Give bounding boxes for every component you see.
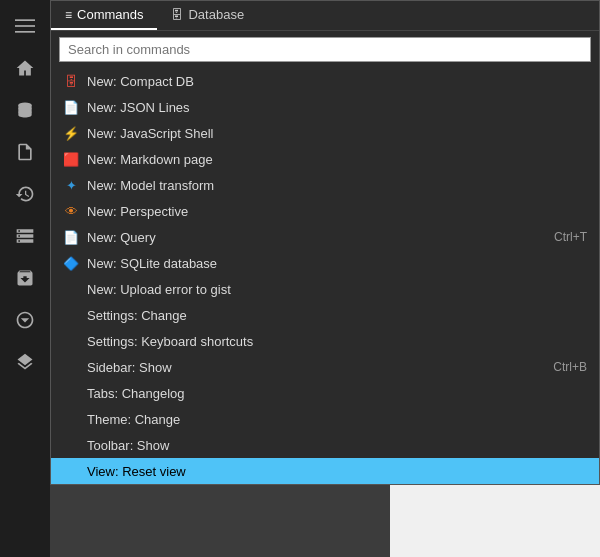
command-label: New: Perspective — [87, 204, 587, 219]
command-icon: 🔷 — [63, 255, 79, 271]
command-label: Theme: Change — [87, 412, 587, 427]
command-item[interactable]: 🔷New: SQLite database — [51, 250, 599, 276]
command-item[interactable]: 🟥New: Markdown page — [51, 146, 599, 172]
command-item[interactable]: 👁New: Perspective — [51, 198, 599, 224]
commands-tab-icon: ≡ — [65, 8, 72, 22]
file-icon[interactable] — [7, 134, 43, 170]
layers-icon[interactable] — [7, 344, 43, 380]
database-tab-icon: 🗄 — [171, 8, 183, 22]
command-shortcut: Ctrl+T — [554, 230, 587, 244]
svg-rect-2 — [15, 31, 35, 33]
command-icon — [63, 411, 79, 427]
tab-database[interactable]: 🗄 Database — [157, 1, 258, 30]
command-label: Tabs: Changelog — [87, 386, 587, 401]
command-label: New: Upload error to gist — [87, 282, 587, 297]
svg-rect-0 — [15, 19, 35, 21]
menu-icon[interactable] — [7, 8, 43, 44]
command-label: View: Reset view — [87, 464, 587, 479]
package-icon[interactable] — [7, 260, 43, 296]
command-icon — [63, 333, 79, 349]
command-item[interactable]: Tabs: Changelog — [51, 380, 599, 406]
command-icon: ✦ — [63, 177, 79, 193]
command-icon: 👁 — [63, 203, 79, 219]
command-icon: ⚡ — [63, 125, 79, 141]
main-area: ≡ Commands 🗄 Database 🗄New: Compact DB📄N… — [50, 0, 600, 557]
command-label: New: JavaScript Shell — [87, 126, 587, 141]
command-icon — [63, 359, 79, 375]
sidebar — [0, 0, 50, 557]
search-container — [51, 31, 599, 68]
filter-icon[interactable] — [7, 302, 43, 338]
command-item[interactable]: Theme: Change — [51, 406, 599, 432]
command-label: New: Model transform — [87, 178, 587, 193]
command-item[interactable]: Sidebar: ShowCtrl+B — [51, 354, 599, 380]
command-label: New: SQLite database — [87, 256, 587, 271]
command-item[interactable]: ✦New: Model transform — [51, 172, 599, 198]
command-item[interactable]: 📄New: QueryCtrl+T — [51, 224, 599, 250]
command-label: Sidebar: Show — [87, 360, 545, 375]
command-item[interactable]: 🗄New: Compact DB — [51, 68, 599, 94]
command-icon — [63, 463, 79, 479]
command-palette: ≡ Commands 🗄 Database 🗄New: Compact DB📄N… — [50, 0, 600, 485]
command-label: New: Compact DB — [87, 74, 587, 89]
command-label: Settings: Change — [87, 308, 587, 323]
command-item[interactable]: ⚡New: JavaScript Shell — [51, 120, 599, 146]
commands-tab-label: Commands — [77, 7, 143, 22]
command-label: Toolbar: Show — [87, 438, 587, 453]
database-tab-label: Database — [188, 7, 244, 22]
command-item[interactable]: View: Reset view — [51, 458, 599, 484]
palette-tabs: ≡ Commands 🗄 Database — [51, 1, 599, 31]
command-icon: 🟥 — [63, 151, 79, 167]
command-list: 🗄New: Compact DB📄New: JSON Lines⚡New: Ja… — [51, 68, 599, 484]
command-item[interactable]: New: Upload error to gist — [51, 276, 599, 302]
command-icon — [63, 281, 79, 297]
history-icon[interactable] — [7, 176, 43, 212]
tab-commands[interactable]: ≡ Commands — [51, 1, 157, 30]
command-icon: 🗄 — [63, 73, 79, 89]
command-item[interactable]: Settings: Change — [51, 302, 599, 328]
command-label: New: JSON Lines — [87, 100, 587, 115]
command-label: New: Markdown page — [87, 152, 587, 167]
command-icon: 📄 — [63, 99, 79, 115]
command-icon — [63, 437, 79, 453]
command-icon — [63, 307, 79, 323]
command-icon — [63, 385, 79, 401]
search-input[interactable] — [59, 37, 591, 62]
storage-icon[interactable] — [7, 218, 43, 254]
command-item[interactable]: 📄New: JSON Lines — [51, 94, 599, 120]
command-label: Settings: Keyboard shortcuts — [87, 334, 587, 349]
command-icon: 📄 — [63, 229, 79, 245]
svg-rect-1 — [15, 25, 35, 27]
command-item[interactable]: Toolbar: Show — [51, 432, 599, 458]
database-icon[interactable] — [7, 92, 43, 128]
command-shortcut: Ctrl+B — [553, 360, 587, 374]
command-item[interactable]: Settings: Keyboard shortcuts — [51, 328, 599, 354]
home-icon[interactable] — [7, 50, 43, 86]
command-label: New: Query — [87, 230, 546, 245]
